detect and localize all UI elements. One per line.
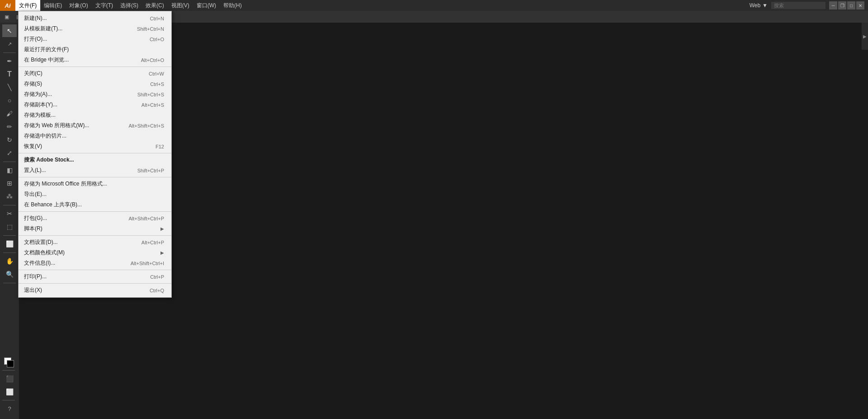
- tool-rotate[interactable]: ↻: [2, 133, 17, 146]
- shortcut-doc-setup: Alt+Ctrl+P: [142, 240, 164, 245]
- shortcut-open: Ctrl+O: [150, 37, 164, 42]
- toolbar-doc-icon[interactable]: ▣: [2, 12, 12, 22]
- menu-item-new-from-template[interactable]: 从模板新建(T)...Shift+Ctrl+N: [19, 24, 171, 34]
- menu-item-save[interactable]: 存储(S)Ctrl+S: [19, 79, 171, 89]
- maximize-button[interactable]: □: [847, 1, 855, 10]
- tool-pencil[interactable]: ✏: [2, 120, 17, 133]
- menu-separator-after-print: [19, 283, 171, 284]
- shortcut-new-from-template: Shift+Ctrl+N: [137, 26, 164, 32]
- menu-item-save-template[interactable]: 存储为模板...: [19, 110, 171, 120]
- tool-select[interactable]: ↖: [2, 24, 17, 37]
- menu-select[interactable]: 选择(S): [117, 0, 142, 11]
- menu-object[interactable]: 对象(O): [66, 0, 91, 11]
- menu-view[interactable]: 视图(V): [168, 0, 193, 11]
- search-input[interactable]: [771, 2, 826, 9]
- menu-item-bridge[interactable]: 在 Bridge 中浏览...Alt+Ctrl+O: [19, 55, 171, 65]
- menu-item-print[interactable]: 打印(P)...Ctrl+P: [19, 271, 171, 282]
- submenu-arrow-doc-color: ▶: [160, 250, 164, 255]
- shortcut-close: Ctrl+W: [149, 71, 164, 76]
- menu-separator-after-bridge: [19, 67, 171, 67]
- workspace-selector[interactable]: Web ▼: [750, 2, 768, 9]
- menu-file[interactable]: 文件(F): [15, 0, 40, 11]
- workspace-arrow-icon: ▼: [762, 2, 768, 9]
- tool-stroke-color[interactable]: [7, 360, 14, 367]
- tool-scissors[interactable]: ✂: [2, 207, 17, 220]
- shortcut-print: Ctrl+P: [150, 274, 164, 280]
- tool-divider-2: [3, 162, 16, 162]
- tool-artboard[interactable]: ⬜: [2, 238, 17, 250]
- menu-item-recent[interactable]: 最近打开的文件(F): [19, 44, 171, 55]
- menu-item-doc-setup[interactable]: 文档设置(D)...Alt+Ctrl+P: [19, 237, 171, 248]
- menubar-right: Web ▼ ─ ❐ □ ✕: [750, 1, 868, 10]
- menu-item-save-as[interactable]: 存储为(A)...Shift+Ctrl+S: [19, 89, 171, 100]
- menu-item-package[interactable]: 打包(G)...Alt+Shift+Ctrl+P: [19, 213, 171, 224]
- menu-item-exit[interactable]: 退出(X)Ctrl+Q: [19, 285, 171, 295]
- menubar-items: 文件(F) 编辑(E) 对象(O) 文字(T) 选择(S) 效果(C) 视图(V…: [15, 0, 750, 11]
- menu-item-doc-color[interactable]: 文档颜色模式(M)▶: [19, 248, 171, 258]
- menu-item-scripts[interactable]: 脚本(R)▶: [19, 224, 171, 234]
- menu-separator-after-file-info: [19, 270, 171, 270]
- menu-item-save-ms[interactable]: 存储为 Microsoft Office 所用格式...: [19, 179, 171, 189]
- menu-item-file-info[interactable]: 文件信息(I)...Alt+Shift+Ctrl+I: [19, 258, 171, 268]
- tool-line[interactable]: ╲: [2, 81, 17, 94]
- shortcut-revert: F12: [156, 144, 164, 149]
- tool-text[interactable]: T: [2, 68, 17, 81]
- app-logo: Ai: [0, 0, 15, 11]
- tool-divider-5: [3, 252, 16, 253]
- menu-item-open[interactable]: 打开(O)...Ctrl+O: [19, 34, 171, 44]
- minimize-button[interactable]: ─: [829, 1, 837, 10]
- submenu-arrow-scripts: ▶: [160, 226, 164, 231]
- shortcut-save: Ctrl+S: [150, 81, 164, 87]
- tool-question[interactable]: ?: [2, 402, 17, 415]
- tool-blend[interactable]: ⁂: [2, 190, 17, 203]
- menu-item-save-copy[interactable]: 存储副本(Y)...Alt+Ctrl+S: [19, 100, 171, 110]
- tool-gradient[interactable]: ◧: [2, 164, 17, 176]
- close-button[interactable]: ✕: [856, 1, 864, 10]
- tool-mesh[interactable]: ⊞: [2, 177, 17, 190]
- menu-item-search-stock[interactable]: 搜索 Adobe Stock...: [19, 155, 171, 165]
- menu-text[interactable]: 文字(T): [92, 0, 117, 11]
- tool-eraser[interactable]: ⬚: [2, 220, 17, 233]
- shortcut-save-as: Shift+Ctrl+S: [137, 92, 164, 97]
- menubar: Ai 文件(F) 编辑(E) 对象(O) 文字(T) 选择(S) 效果(C) 视…: [0, 0, 868, 11]
- tool-divider-4: [3, 235, 16, 236]
- file-menu-dropdown: 新建(N)...Ctrl+N从模板新建(T)...Shift+Ctrl+N打开(…: [18, 11, 172, 298]
- tool-direct-select[interactable]: ↗: [2, 38, 17, 50]
- shortcut-new: Ctrl+N: [150, 16, 164, 21]
- tool-divider-3: [3, 205, 16, 205]
- menu-item-export[interactable]: 导出(E)...: [19, 189, 171, 200]
- tool-color-mode[interactable]: ⬛: [2, 372, 17, 385]
- tool-pen[interactable]: ✒: [2, 55, 17, 67]
- menu-item-revert[interactable]: 恢复(V)F12: [19, 141, 171, 152]
- tool-divider-7: [2, 370, 15, 371]
- tool-screen-mode[interactable]: ⬜: [2, 386, 17, 398]
- tool-scale[interactable]: ⤢: [2, 147, 17, 159]
- shortcut-save-copy: Alt+Ctrl+S: [142, 102, 164, 108]
- tool-zoom[interactable]: 🔍: [2, 268, 17, 281]
- right-panel-collapse[interactable]: ▶: [862, 23, 868, 50]
- win-controls: ─ ❐ □ ✕: [829, 1, 864, 10]
- shortcut-exit: Ctrl+Q: [150, 288, 164, 293]
- menu-item-share-behance[interactable]: 在 Behance 上共享(B)...: [19, 200, 171, 210]
- tool-divider-6: [3, 283, 16, 283]
- tool-shape[interactable]: ○: [2, 94, 17, 107]
- menu-edit[interactable]: 编辑(E): [40, 0, 66, 11]
- restore-button[interactable]: ❐: [838, 1, 846, 10]
- menu-separator-after-revert: [19, 153, 171, 153]
- shortcut-package: Alt+Shift+Ctrl+P: [128, 216, 164, 221]
- menu-item-close[interactable]: 关闭(C)Ctrl+W: [19, 68, 171, 79]
- shortcut-place: Shift+Ctrl+P: [137, 168, 164, 173]
- menu-help[interactable]: 帮助(H): [220, 0, 245, 11]
- menu-separator-after-place: [19, 177, 171, 177]
- menu-item-place[interactable]: 置入(L)...Shift+Ctrl+P: [19, 165, 171, 176]
- tool-paintbrush[interactable]: 🖌: [2, 107, 17, 120]
- menu-item-save-slices[interactable]: 存储选中的切片...: [19, 131, 171, 141]
- tool-hand[interactable]: ✋: [2, 255, 17, 267]
- menu-effect[interactable]: 效果(C): [142, 0, 168, 11]
- menu-item-new[interactable]: 新建(N)...Ctrl+N: [19, 13, 171, 24]
- menu-window[interactable]: 窗口(W): [193, 0, 220, 11]
- menu-item-save-web[interactable]: 存储为 Web 所用格式(W)...Alt+Shift+Ctrl+S: [19, 120, 171, 131]
- tool-color-section: ⬛ ⬜ ?: [2, 356, 17, 419]
- menu-separator-after-scripts: [19, 235, 171, 236]
- shortcut-save-web: Alt+Shift+Ctrl+S: [128, 123, 164, 129]
